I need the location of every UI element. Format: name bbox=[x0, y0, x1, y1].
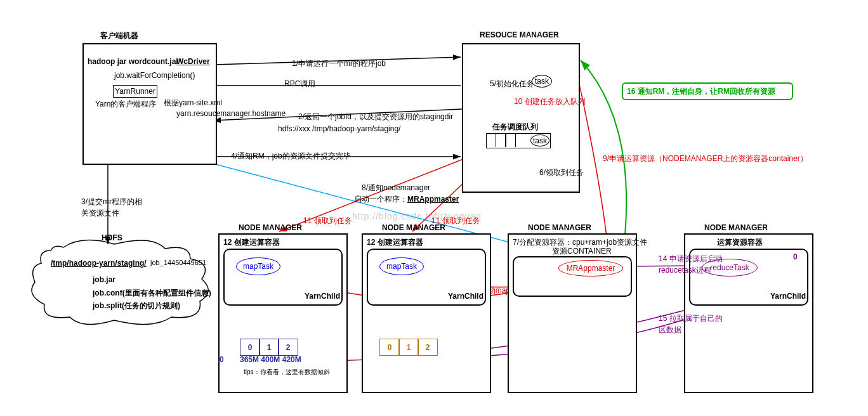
client-cmd: hadoop jar wordcount.jar bbox=[88, 57, 179, 66]
step5: 5/初始化任务 bbox=[490, 79, 534, 89]
nm2-step12: 12 创建运算容器 bbox=[367, 237, 423, 248]
rpc-label: RPC调用 bbox=[284, 79, 315, 89]
mrappmaster-oval: MRAppmaster bbox=[558, 260, 623, 276]
nm1-title: NODE MANAGER bbox=[239, 223, 302, 232]
step3b: 关资源文件 bbox=[81, 208, 119, 219]
yarnrunner-box: YarnRunner bbox=[113, 85, 157, 98]
rm-title: RESOUCE MANAGER bbox=[480, 30, 559, 39]
step15b: 区数据 bbox=[659, 325, 681, 335]
hdfs-conf: job.conf(里面有各种配置组件信息) bbox=[93, 288, 211, 299]
yarn-site: 根据yarn-site.xml bbox=[164, 98, 222, 108]
nm2-maptask: mapTask bbox=[379, 257, 424, 275]
yarn-desc: Yarn的客户端程序 bbox=[95, 99, 156, 110]
nm1-step12: 12 创建运算容器 bbox=[223, 237, 280, 248]
rm-hostname: yarn.resoucemanager.hostname bbox=[176, 109, 286, 118]
nm1-maptask-label: mapTask bbox=[243, 262, 273, 271]
hdfs-split: job.split(任务的切片规则) bbox=[93, 301, 180, 311]
reduce-0: 0 bbox=[793, 252, 798, 261]
nm2-yarnchild: YarnChild bbox=[448, 292, 483, 301]
client-title: 客户端机器 bbox=[100, 30, 138, 41]
step11-a: 11 领取到任务 bbox=[303, 216, 352, 226]
task-label-2: task bbox=[533, 136, 547, 145]
step15a: 15 拉取属于自己的 bbox=[659, 313, 723, 324]
task-oval-2: task bbox=[530, 134, 549, 146]
nm4-title: NODE MANAGER bbox=[704, 223, 768, 232]
hdfs-title: HDFS bbox=[102, 233, 122, 242]
step8b: 启动一个程序：MRAppmaster bbox=[354, 194, 459, 205]
nm1-p2: 2 bbox=[278, 339, 298, 356]
nm2-p0: 0 bbox=[379, 339, 400, 356]
nm2-p2: 2 bbox=[418, 339, 438, 356]
step2-path: hdfs://xxx /tmp/hadoop-yarn/staging/ bbox=[278, 124, 400, 133]
step16-label: 16 通知RM，注销自身，让RM回收所有资源 bbox=[627, 86, 775, 97]
hdfs-jobid: job_14450449651 bbox=[150, 259, 206, 266]
queue-title: 任务调度队列 bbox=[492, 122, 538, 133]
nm1-zero: 0 bbox=[220, 355, 224, 364]
hdfs-path: /tmp/hadoop-yarn/staging/ bbox=[51, 259, 147, 268]
step7b: 资源CONTAINER bbox=[552, 246, 612, 257]
step10: 10 创建任务放入队列 bbox=[514, 96, 586, 107]
step2: 2/返回一个jobId，以及提交资源用的stagingdir bbox=[298, 112, 453, 122]
task-label-1: task bbox=[535, 77, 549, 86]
reduce-label: reduceTask bbox=[710, 263, 749, 272]
step8a: 8/通知nodemanager bbox=[362, 183, 430, 193]
nm4-compute: 运算资源容器 bbox=[717, 237, 763, 248]
nm4-yarnchild: YarnChild bbox=[770, 292, 806, 301]
step14b: reducetask进程 bbox=[659, 265, 711, 276]
nm1-maptask: mapTask bbox=[236, 257, 280, 275]
mrapp-label: MRAppmaster bbox=[567, 264, 615, 273]
task-oval-1: task bbox=[532, 75, 552, 88]
nm1-p0: 0 bbox=[240, 339, 260, 356]
yarnrunner-label: YarnRunner bbox=[115, 87, 155, 96]
nm2-title: NODE MANAGER bbox=[382, 223, 445, 232]
nm2-maptask-label: mapTask bbox=[386, 262, 417, 271]
step16-box: 16 通知RM，注销自身，让RM回收所有资源 bbox=[622, 82, 793, 100]
client-driver: WcDriver bbox=[176, 57, 210, 66]
nm3-title: NODE MANAGER bbox=[528, 223, 591, 232]
nm2-p1: 1 bbox=[398, 339, 419, 356]
queue-cell2 bbox=[505, 133, 516, 147]
nm1-tips: tips：你看看，这里有数据倾斜 bbox=[244, 368, 330, 377]
step4: 4/通知RM，job的资源文件提交完毕 bbox=[231, 151, 351, 162]
nm1-p1: 1 bbox=[259, 339, 279, 356]
step9: 9/申请运算资源（NODEMANAGER上的资源容器container） bbox=[603, 153, 808, 164]
nm1-yarnchild: YarnChild bbox=[305, 292, 340, 301]
client-wait: job.waitForCompletion() bbox=[114, 71, 195, 80]
nm1-sizes: 365M 400M 420M bbox=[240, 355, 301, 364]
step14a: 14 申请资源后启动 bbox=[659, 254, 723, 264]
step3a: 3/提交mr程序的相 bbox=[81, 197, 142, 207]
step1: 1/申请运行一个mr的程序job bbox=[292, 58, 386, 69]
hdfs-jar: job.jar bbox=[93, 275, 115, 284]
step6: 6/领取到任务 bbox=[539, 167, 584, 178]
